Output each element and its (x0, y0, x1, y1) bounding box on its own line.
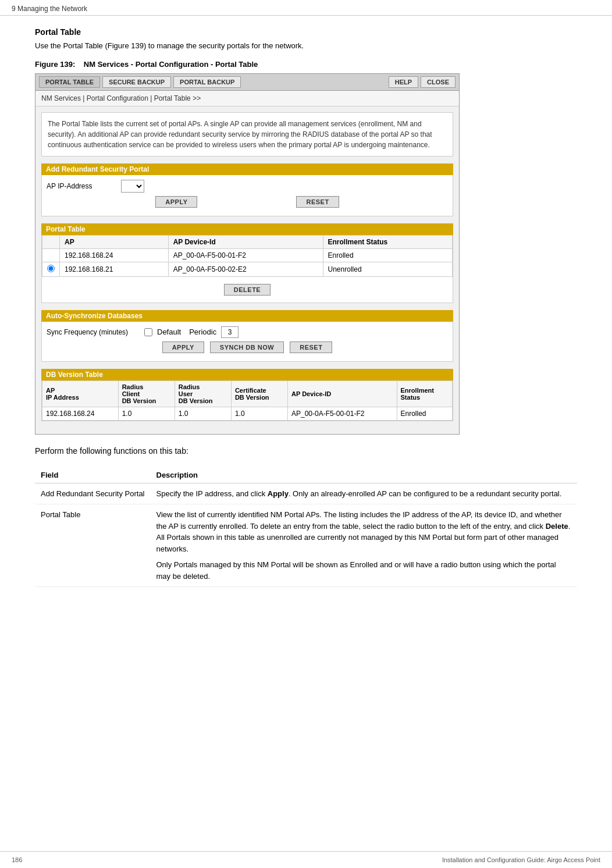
db-row1-radius-client: 1.0 (118, 407, 175, 420)
page-footer: 186 Installation and Configuration Guide… (0, 851, 612, 868)
tab-secure-backup[interactable]: SECURE BACKUP (102, 76, 171, 88)
desc-col-header: Description (151, 467, 578, 483)
portal-col-enrollment: Enrollment Status (323, 235, 452, 248)
portal-row1-ap: 192.168.168.24 (60, 248, 169, 262)
desc-portal-table: View the list of currently identified NM… (151, 504, 578, 587)
portal-row1-status: Enrolled (323, 248, 452, 262)
auto-sync-header: Auto-Synchronize Databases (41, 310, 453, 322)
db-row1-radius-user: 1.0 (175, 407, 231, 420)
db-row1-device-id: AP_00-0A-F5-00-01-F2 (288, 407, 397, 420)
db-col-enrollment: EnrollmentStatus (397, 380, 452, 407)
table-row: 192.168.168.24 AP_00-0A-F5-00-01-F2 Enro… (42, 248, 453, 262)
db-col-device-id: AP Device-ID (288, 380, 397, 407)
portal-table-header: Portal Table (41, 223, 453, 235)
periodic-value-input[interactable] (221, 326, 239, 338)
page-header: 9 Managing the Network (0, 0, 612, 16)
sync-freq-label: Sync Frequency (minutes) (47, 328, 140, 336)
default-checkbox[interactable] (144, 328, 152, 336)
perform-text: Perform the following functions on this … (35, 446, 577, 456)
tab-bar: PORTAL TABLE SECURE BACKUP PORTAL BACKUP… (35, 74, 459, 91)
add-redundant-body: AP IP-Address APPLY RESET (41, 175, 453, 216)
add-redundant-reset-button[interactable]: RESET (296, 196, 339, 208)
section-desc: Use the Portal Table (Figure 139) to man… (35, 40, 577, 52)
auto-sync-reset-button[interactable]: RESET (290, 341, 332, 353)
breadcrumb: NM Services | Portal Configuration | Por… (35, 91, 459, 106)
portal-row2-radio[interactable] (42, 262, 60, 276)
synch-db-now-button[interactable]: SYNCH DB NOW (210, 341, 284, 353)
table-row: 192.168.168.21 AP_00-0A-F5-00-02-E2 Unen… (42, 262, 453, 276)
footer-page-number: 186 (12, 856, 22, 863)
add-redundant-btn-row: APPLY RESET (47, 196, 448, 208)
portal-row2-status: Unenrolled (323, 262, 452, 276)
db-version-section: DB Version Table APIP Address RadiusClie… (41, 369, 453, 421)
figure-label: Figure 139: NM Services - Portal Configu… (35, 60, 577, 69)
db-row1-cert: 1.0 (231, 407, 287, 420)
portal-table: AP AP Device-Id Enrollment Status 192.16… (42, 235, 453, 277)
add-redundant-section: Add Redundant Security Portal AP IP-Addr… (41, 163, 453, 216)
db-row1-status: Enrolled (397, 407, 452, 420)
ui-panel: PORTAL TABLE SECURE BACKUP PORTAL BACKUP… (35, 73, 460, 435)
db-version-table: APIP Address RadiusClientDB Version Radi… (42, 380, 453, 421)
main-content: Portal Table Use the Portal Table (Figur… (0, 16, 612, 610)
add-redundant-header: Add Redundant Security Portal (41, 163, 453, 175)
chapter-title: 9 Managing the Network (12, 5, 87, 13)
sync-freq-row: Sync Frequency (minutes) Default Periodi… (47, 326, 448, 338)
field-add-redundant: Add Redundant Security Portal (35, 483, 151, 504)
ap-ip-row: AP IP-Address (47, 180, 448, 193)
ap-ip-label: AP IP-Address (47, 182, 116, 190)
desc-add-redundant: Specify the IP address, and click Apply.… (151, 483, 578, 504)
portal-row2-ap: 192.168.168.21 (60, 262, 169, 276)
tab-portal-table[interactable]: PORTAL TABLE (39, 76, 100, 88)
default-label: Default (157, 328, 181, 336)
auto-sync-section: Auto-Synchronize Databases Sync Frequenc… (41, 310, 453, 362)
auto-sync-apply-button[interactable]: APPLY (162, 341, 204, 353)
db-row1-ip: 192.168.168.24 (42, 407, 119, 420)
section-title: Portal Table (35, 27, 577, 37)
db-col-radius-client: RadiusClientDB Version (118, 380, 175, 407)
db-col-ip: APIP Address (42, 380, 119, 407)
periodic-label: Periodic (189, 328, 216, 336)
field-col-header: Field (35, 467, 151, 483)
delete-button[interactable]: DELETE (224, 284, 271, 296)
portal-col-radio (42, 235, 60, 248)
portal-col-ap: AP (60, 235, 169, 248)
info-box: The Portal Table lists the current set o… (41, 112, 453, 156)
panel-body: The Portal Table lists the current set o… (35, 106, 459, 434)
db-version-header: DB Version Table (41, 369, 453, 380)
portal-table-body: AP AP Device-Id Enrollment Status 192.16… (41, 235, 453, 303)
footer-guide-title: Installation and Configuration Guide: Ai… (442, 856, 600, 863)
portal-row1-radio (42, 248, 60, 262)
field-portal-table: Portal Table (35, 504, 151, 587)
add-redundant-apply-button[interactable]: APPLY (155, 196, 197, 208)
portal-row1-device-id: AP_00-0A-F5-00-01-F2 (168, 248, 323, 262)
portal-table-btn-row: DELETE (42, 280, 453, 299)
portal-table-section: Portal Table AP AP Device-Id Enrollment … (41, 223, 453, 303)
description-table: Field Description Add Redundant Security… (35, 467, 577, 588)
portal-row2-device-id: AP_00-0A-F5-00-02-E2 (168, 262, 323, 276)
auto-sync-body: Sync Frequency (minutes) Default Periodi… (41, 322, 453, 362)
db-version-body: APIP Address RadiusClientDB Version Radi… (41, 380, 453, 421)
list-item: Add Redundant Security Portal Specify th… (35, 483, 577, 504)
list-item: Portal Table View the list of currently … (35, 504, 577, 587)
portal-col-device-id: AP Device-Id (168, 235, 323, 248)
tab-portal-backup[interactable]: PORTAL BACKUP (173, 76, 241, 88)
help-button[interactable]: HELP (389, 76, 418, 88)
ap-ip-select[interactable] (121, 180, 144, 193)
db-col-cert: CertificateDB Version (231, 380, 287, 407)
auto-sync-btn-row: APPLY SYNCH DB NOW RESET (47, 341, 448, 353)
db-col-radius-user: RadiusUserDB Version (175, 380, 231, 407)
close-button[interactable]: CLOSE (421, 76, 456, 88)
table-row: 192.168.168.24 1.0 1.0 1.0 AP_00-0A-F5-0… (42, 407, 453, 420)
portal-row2-radio-input[interactable] (47, 265, 55, 272)
